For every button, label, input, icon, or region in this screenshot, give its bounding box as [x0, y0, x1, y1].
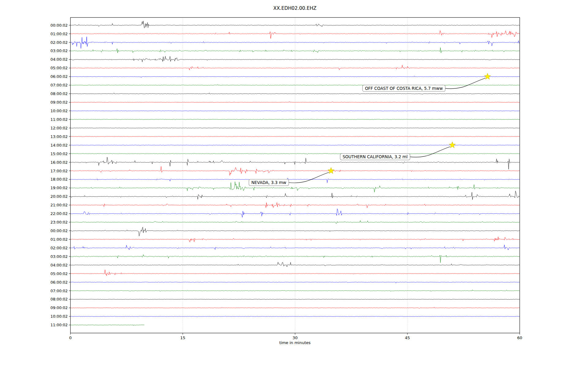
- trace-row: [70, 299, 520, 299]
- y-tick-label: 20:00:02: [51, 194, 68, 199]
- helicorder-plot: XX.EDH02.00.EHZ 00:00:0201:00:0202:00:02…: [0, 0, 588, 368]
- x-axis: 015304560: [69, 333, 522, 340]
- y-tick-label: 22:00:02: [51, 211, 68, 216]
- trace-row: [70, 56, 520, 62]
- event-star-icon: [328, 167, 334, 174]
- y-tick-label: 11:00:02: [51, 117, 68, 122]
- y-tick-label: 12:00:02: [51, 126, 68, 130]
- y-tick-label: 13:00:02: [51, 134, 68, 139]
- y-tick-label: 08:00:02: [51, 297, 68, 301]
- y-tick-label: 06:00:02: [51, 280, 68, 285]
- y-tick-label: 09:00:02: [51, 100, 68, 105]
- trace-row: [70, 157, 520, 169]
- y-tick-label: 02:00:02: [51, 246, 68, 250]
- trace-row: [70, 191, 520, 200]
- x-tick-label: 15: [180, 335, 185, 340]
- gridlines: [183, 17, 408, 333]
- trace-row: [70, 325, 144, 326]
- y-tick-label: 04:00:02: [51, 263, 68, 267]
- event-annotation: SOUTHERN CALIFORNIA, 3.2 ml: [340, 142, 456, 160]
- y-tick-label: 02:00:02: [51, 40, 68, 45]
- event-star-icon: [449, 142, 456, 148]
- trace-row: [70, 85, 520, 86]
- trace-row: [70, 102, 520, 102]
- trace-row: [70, 93, 520, 94]
- y-tick-label: 03:00:02: [51, 254, 68, 259]
- y-tick-label: 10:00:02: [51, 314, 68, 319]
- trace-row: [70, 227, 520, 236]
- y-axis: 00:00:0201:00:0202:00:0203:00:0204:00:02…: [51, 23, 70, 328]
- y-tick-label: 15:00:02: [51, 151, 68, 156]
- y-tick-label: 10:00:02: [51, 109, 68, 113]
- trace-row: [70, 76, 520, 78]
- y-tick-label: 21:00:02: [51, 203, 68, 207]
- trace-row: [70, 270, 520, 276]
- trace-row: [70, 220, 520, 224]
- y-tick-label: 00:00:02: [51, 23, 68, 28]
- event-connector: [288, 172, 329, 183]
- trace-row: [70, 182, 520, 192]
- y-tick-label: 14:00:02: [51, 143, 68, 148]
- y-tick-label: 17:00:02: [51, 169, 68, 173]
- trace-row: [70, 178, 520, 183]
- y-tick-label: 05:00:02: [51, 66, 68, 70]
- x-axis-label: time in minutes: [279, 340, 311, 345]
- y-tick-label: 09:00:02: [51, 305, 68, 310]
- event-annotations: OFF COAST OF COSTA RICA, 5.7 mwwSOUTHERN…: [249, 73, 491, 186]
- y-tick-label: 07:00:02: [51, 289, 68, 293]
- y-tick-label: 05:00:02: [51, 271, 68, 276]
- figure-title: XX.EDH02.00.EHZ: [273, 6, 317, 11]
- y-tick-label: 06:00:02: [51, 74, 68, 79]
- trace-row: [70, 316, 520, 317]
- x-tick-label: 45: [405, 335, 410, 340]
- event-label: OFF COAST OF COSTA RICA, 5.7 mww: [365, 86, 443, 91]
- event-star-icon: [484, 73, 491, 79]
- x-tick-label: 30: [292, 335, 298, 340]
- event-connector: [445, 78, 485, 89]
- y-tick-label: 01:00:02: [51, 237, 68, 242]
- trace-row: [70, 136, 520, 137]
- y-tick-label: 18:00:02: [51, 177, 68, 182]
- y-tick-label: 04:00:02: [51, 57, 68, 62]
- event-connector: [409, 147, 450, 157]
- event-label: NEVADA, 3.3 mw: [251, 180, 286, 185]
- y-tick-label: 03:00:02: [51, 48, 68, 53]
- trace-row: [70, 31, 520, 38]
- event-annotation: NEVADA, 3.3 mw: [249, 167, 334, 186]
- y-tick-label: 19:00:02: [51, 186, 68, 190]
- event-annotation: OFF COAST OF COSTA RICA, 5.7 mww: [363, 73, 491, 91]
- y-tick-label: 08:00:02: [51, 91, 68, 96]
- y-tick-label: 00:00:02: [51, 228, 68, 233]
- event-label: SOUTHERN CALIFORNIA, 3.2 ml: [343, 154, 408, 159]
- y-tick-label: 01:00:02: [51, 32, 68, 36]
- x-tick-label: 60: [517, 335, 522, 340]
- y-tick-label: 11:00:02: [51, 323, 68, 327]
- y-tick-label: 16:00:02: [51, 160, 68, 165]
- y-tick-label: 23:00:02: [51, 220, 68, 224]
- x-tick-label: 0: [69, 335, 72, 340]
- y-tick-label: 07:00:02: [51, 83, 68, 87]
